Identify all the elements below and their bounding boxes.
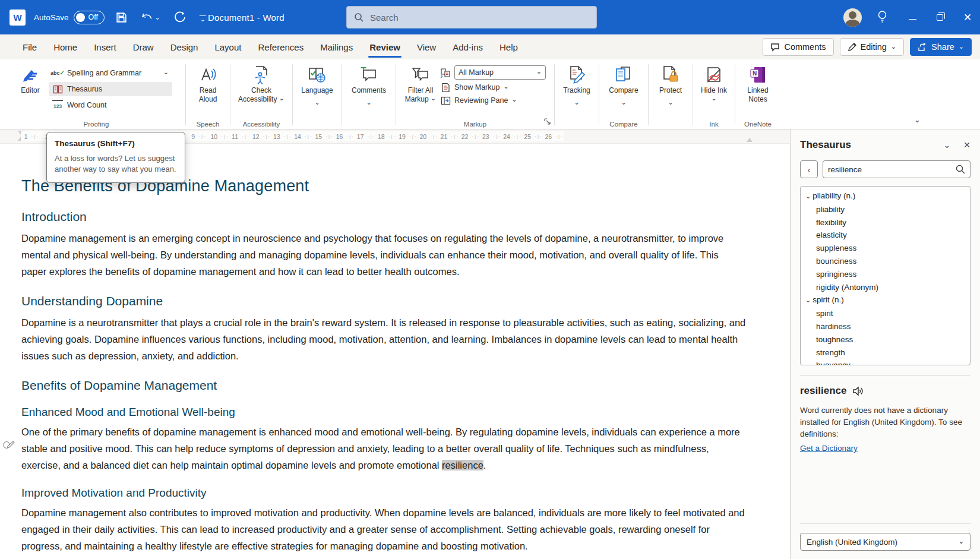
- tracking-label: Tracking: [563, 86, 590, 95]
- thesaurus-result-item[interactable]: flexibility: [803, 216, 968, 229]
- dialog-launcher-icon[interactable]: [544, 116, 551, 127]
- search-input[interactable]: [370, 12, 589, 23]
- reviewing-pane-icon: [440, 95, 451, 106]
- thesaurus-result-item[interactable]: springiness: [803, 268, 968, 281]
- hide-ink-button[interactable]: Hide Ink: [698, 63, 730, 104]
- ribbon-tab[interactable]: References: [249, 34, 312, 59]
- thesaurus-result-item[interactable]: elasticity: [803, 229, 968, 242]
- ribbon-tab[interactable]: Insert: [86, 34, 125, 59]
- avatar[interactable]: [843, 8, 862, 27]
- spelling-grammar-button[interactable]: Spelling and Grammar: [49, 66, 172, 80]
- back-button[interactable]: [800, 160, 818, 178]
- chevron-down-icon: [574, 97, 579, 108]
- ruler-number: 24: [501, 133, 522, 140]
- ribbon-tab[interactable]: Mailings: [312, 34, 361, 59]
- thesaurus-result-item[interactable]: spirit: [803, 307, 968, 320]
- editor-button[interactable]: Editor: [12, 63, 49, 95]
- restore-button[interactable]: [937, 14, 943, 21]
- ribbon-tab[interactable]: File: [14, 34, 45, 59]
- doc-heading-understanding: Understanding Dopamine: [21, 294, 746, 308]
- speaker-icon[interactable]: [852, 386, 864, 396]
- lightbulb-icon[interactable]: [877, 10, 887, 24]
- thesaurus-result-item[interactable]: strength: [803, 346, 968, 359]
- get-dictionary-link[interactable]: Get a Dictionary: [800, 444, 970, 453]
- quick-access-overflow-button[interactable]: —⌄: [197, 11, 208, 24]
- ribbon-tab[interactable]: Design: [162, 34, 207, 59]
- thesaurus-result-item[interactable]: pliability: [803, 203, 968, 216]
- compare-button[interactable]: Compare: [604, 63, 643, 108]
- protect-button[interactable]: Protect: [653, 63, 688, 108]
- hide-ink-label: Hide Ink: [701, 86, 727, 94]
- speech-group: Read Aloud Speech: [187, 62, 229, 129]
- doc-paragraph-understanding: Dopamine is a neurotransmitter that play…: [21, 314, 746, 364]
- ruler-number: 25: [523, 133, 543, 140]
- tracking-button[interactable]: Tracking: [559, 63, 594, 108]
- autosave-toggle[interactable]: Off: [74, 11, 105, 24]
- collapse-ribbon-icon[interactable]: ⌄: [914, 115, 921, 124]
- read-aloud-label: Read Aloud: [191, 86, 225, 104]
- ruler-number: 16: [334, 133, 355, 140]
- thesaurus-button[interactable]: Thesaurus: [49, 82, 172, 96]
- ribbon-tab[interactable]: View: [409, 34, 444, 59]
- thesaurus-result-item[interactable]: bounciness: [803, 255, 968, 268]
- doc-heading-motivation: Improved Motivation and Productivity: [21, 487, 746, 500]
- ink-anchor-icon[interactable]: [3, 441, 15, 451]
- pane-title: Thesaurus: [800, 139, 851, 151]
- looked-up-word: resilience: [800, 385, 846, 397]
- language-button[interactable]: Language: [298, 63, 337, 108]
- new-comment-button[interactable]: Comments: [347, 63, 391, 108]
- reviewing-pane-button[interactable]: Reviewing Pane: [440, 95, 546, 106]
- editing-mode-button[interactable]: Editing: [840, 38, 905, 56]
- thesaurus-result-item[interactable]: suppleness: [803, 242, 968, 255]
- all-markup-dropdown[interactable]: All Markup: [454, 65, 546, 80]
- document-canvas[interactable]: The Benefits of Dopamine Management Intr…: [0, 144, 790, 559]
- check-accessibility-button[interactable]: Check Accessibility: [235, 63, 287, 104]
- pane-close-icon[interactable]: [963, 140, 970, 150]
- thesaurus-tooltip: Thesaurus (Shift+F7) At a loss for words…: [46, 132, 185, 183]
- svg-text:N: N: [753, 70, 757, 77]
- share-icon: [918, 43, 927, 52]
- language-dropdown[interactable]: English (United Kingdom): [800, 533, 970, 551]
- thesaurus-search-box[interactable]: [823, 160, 970, 178]
- ribbon-tab[interactable]: Add-ins: [444, 34, 491, 59]
- ribbon-tabs: File Home Insert Draw Design Layout Refe…: [14, 34, 526, 59]
- search-bar[interactable]: [346, 6, 597, 29]
- show-markup-button[interactable]: Show Markup: [440, 82, 546, 93]
- ink-group: Hide Ink Ink: [694, 62, 734, 129]
- read-aloud-button[interactable]: Read Aloud: [191, 63, 225, 104]
- ruler-number: 22: [460, 133, 480, 140]
- thesaurus-result-item[interactable]: pliability (n.): [803, 190, 968, 203]
- thesaurus-result-item[interactable]: buoyancy: [803, 359, 968, 365]
- ribbon-tab[interactable]: Home: [45, 34, 86, 59]
- redo-button[interactable]: [171, 8, 189, 26]
- autosave-control[interactable]: AutoSave Off: [34, 11, 105, 24]
- undo-button[interactable]: ⌄: [138, 9, 163, 26]
- word-count-button[interactable]: Word Count: [49, 98, 172, 112]
- ribbon-tab[interactable]: Review: [361, 34, 409, 59]
- minimize-button[interactable]: [909, 15, 916, 20]
- thesaurus-result-item[interactable]: spirit (n.): [803, 293, 968, 307]
- search-icon[interactable]: [956, 165, 965, 174]
- linked-notes-button[interactable]: N Linked Notes: [740, 63, 776, 104]
- share-button[interactable]: Share: [910, 38, 972, 56]
- thesaurus-result-item[interactable]: rigidity (Antonym): [803, 281, 968, 294]
- thesaurus-result-item[interactable]: toughness: [803, 333, 968, 346]
- comments-button[interactable]: Comments: [763, 38, 833, 56]
- pane-options-chevron-icon[interactable]: [944, 140, 951, 150]
- indent-marker-right-icon[interactable]: [747, 137, 753, 142]
- close-button[interactable]: ✕: [963, 13, 972, 21]
- thesaurus-result-item[interactable]: hardiness: [803, 320, 968, 333]
- display-for-review-control[interactable]: All Markup: [440, 65, 546, 80]
- ribbon-tab[interactable]: Layout: [206, 34, 249, 59]
- ribbon-tab[interactable]: Draw: [125, 34, 162, 59]
- thesaurus-search-input[interactable]: [828, 165, 952, 174]
- filter-all-markup-button[interactable]: Filter All Markup: [401, 63, 440, 104]
- ribbon-tab-row: File Home Insert Draw Design Layout Refe…: [0, 34, 980, 59]
- highlighted-word[interactable]: resilience: [442, 460, 483, 470]
- ruler-number: 23: [480, 133, 501, 140]
- save-button[interactable]: [113, 9, 130, 26]
- thesaurus-results-list[interactable]: pliability (n.) pliability flexibility e…: [800, 186, 970, 365]
- hide-ink-icon: [705, 66, 723, 84]
- doc-paragraph-mood: One of the primary benefits of dopamine …: [21, 424, 746, 473]
- ribbon-tab[interactable]: Help: [491, 34, 526, 59]
